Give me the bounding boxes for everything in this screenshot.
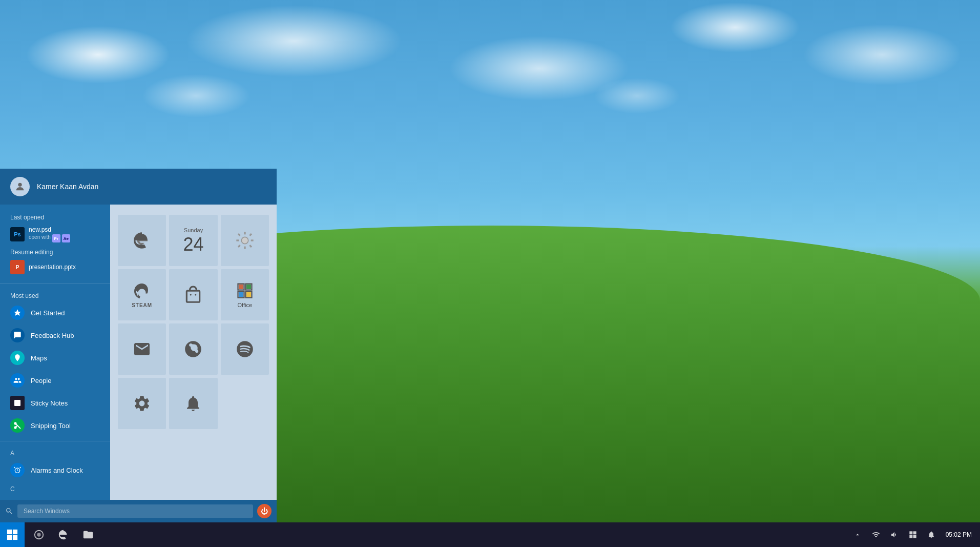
tray-expand-button[interactable] (849, 526, 866, 543)
office-tile-icon (236, 281, 254, 300)
edge-taskbar-icon (58, 529, 69, 540)
svg-rect-19 (13, 530, 17, 534)
power-button[interactable]: ⏻ (257, 504, 272, 518)
app-item-alarms-clock[interactable]: Alarms and Clock (0, 459, 110, 481)
taskbar-icons (25, 522, 845, 547)
sticky-notes-label: Sticky Notes (31, 399, 68, 407)
notifications-tile-icon (184, 394, 202, 413)
skype-tile-icon (183, 339, 203, 359)
steam-label: STEAM (132, 302, 152, 308)
resume-file-name: presentation.pptx (29, 264, 76, 271)
svg-rect-15 (246, 285, 251, 289)
tile-skype[interactable] (169, 323, 217, 375)
sticky-notes-icon (10, 396, 25, 410)
edge-taskbar-button[interactable] (51, 522, 76, 547)
tile-weather[interactable] (221, 215, 269, 266)
explorer-icon (82, 529, 94, 540)
resume-file[interactable]: P presentation.pptx (10, 258, 100, 276)
explorer-button[interactable] (76, 522, 100, 547)
app-item-get-started[interactable]: Get Started (0, 301, 110, 324)
wifi-button[interactable] (868, 526, 884, 543)
search-icon (5, 507, 13, 515)
tile-empty (221, 378, 269, 429)
svg-rect-27 (913, 535, 916, 538)
recent-file-item[interactable]: Ps new.psd open with Pr Ae (0, 223, 110, 246)
store-tile-icon (183, 285, 203, 305)
feedback-hub-label: Feedback Hub (31, 332, 74, 339)
search-input[interactable] (17, 504, 253, 518)
most-used-label: Most used (0, 288, 110, 301)
notification-tray-button[interactable] (923, 526, 940, 543)
feedback-hub-icon (10, 328, 25, 342)
svg-line-13 (238, 245, 240, 247)
maps-label: Maps (31, 354, 47, 362)
wifi-icon (872, 531, 880, 539)
calendar-date: 24 (183, 235, 203, 254)
recent-file-name: new.psd (29, 226, 100, 233)
alarms-clock-icon (10, 463, 25, 477)
alarms-clock-label: Alarms and Clock (31, 467, 83, 474)
svg-rect-3 (14, 400, 20, 406)
tile-spotify[interactable] (221, 323, 269, 375)
settings-tile-icon (133, 394, 151, 413)
mail-tile-icon (133, 340, 151, 358)
tile-mail[interactable] (118, 323, 166, 375)
volume-button[interactable] (886, 526, 903, 543)
tile-store[interactable] (169, 269, 217, 320)
user-section[interactable]: Kamer Kaan Avdan (0, 169, 277, 205)
cortana-button[interactable] (27, 522, 51, 547)
clock[interactable]: 05:02 PM (942, 531, 976, 539)
svg-rect-25 (913, 531, 916, 534)
edge-tile-icon (132, 231, 152, 250)
chevron-up-icon (854, 531, 861, 538)
taskbar: 05:02 PM (0, 522, 980, 547)
tile-steam[interactable]: STEAM (118, 269, 166, 320)
svg-point-5 (241, 237, 248, 244)
recent-file-info: new.psd open with Pr Ae (29, 226, 100, 242)
get-started-label: Get Started (31, 309, 65, 317)
open-with-label: open with (29, 234, 51, 242)
bell-icon (927, 531, 935, 539)
svg-rect-20 (7, 535, 12, 540)
calendar-day: Sunday (184, 227, 203, 233)
steam-tile-icon (133, 282, 151, 300)
snipping-tool-icon (10, 418, 25, 433)
start-button[interactable] (0, 522, 25, 547)
get-started-icon (10, 306, 25, 320)
app-item-maps[interactable]: Maps (0, 347, 110, 369)
tile-notifications[interactable] (169, 378, 217, 429)
user-name: Kamer Kaan Avdan (37, 183, 98, 191)
svg-point-0 (18, 183, 22, 187)
alpha-c: C (0, 481, 110, 495)
ae-badge: Ae (62, 234, 70, 242)
resume-section: Resume editing P presentation.pptx (0, 246, 110, 279)
tile-settings[interactable] (118, 378, 166, 429)
tile-office[interactable]: Office (221, 269, 269, 320)
divider-1 (0, 283, 110, 284)
pptx-icon: P (10, 260, 25, 274)
spotify-tile-icon (235, 339, 255, 359)
action-center-button[interactable] (905, 526, 921, 543)
svg-rect-14 (239, 285, 243, 289)
menu-body: Last opened Ps new.psd open with Pr Ae R… (0, 205, 277, 500)
svg-rect-16 (239, 292, 243, 297)
start-menu: Kamer Kaan Avdan Last opened Ps new.psd … (0, 169, 277, 522)
people-label: People (31, 377, 51, 384)
system-tray: 05:02 PM (845, 526, 980, 543)
alpha-a: A (0, 445, 110, 459)
app-item-feedback-hub[interactable]: Feedback Hub (0, 324, 110, 347)
app-item-sticky-notes[interactable]: Sticky Notes (0, 392, 110, 414)
app-item-snipping-tool[interactable]: Snipping Tool (0, 414, 110, 437)
tile-calendar[interactable]: Sunday 24 (169, 215, 217, 266)
svg-rect-24 (909, 531, 912, 534)
avatar (10, 177, 30, 196)
svg-rect-18 (7, 530, 12, 534)
office-tile-label: Office (238, 302, 253, 308)
last-opened-label: Last opened (0, 210, 110, 223)
svg-rect-26 (909, 535, 912, 538)
svg-line-12 (249, 234, 252, 236)
tile-edge[interactable] (118, 215, 166, 266)
app-item-people[interactable]: People (0, 369, 110, 392)
volume-icon (890, 531, 899, 539)
svg-rect-21 (13, 535, 17, 540)
